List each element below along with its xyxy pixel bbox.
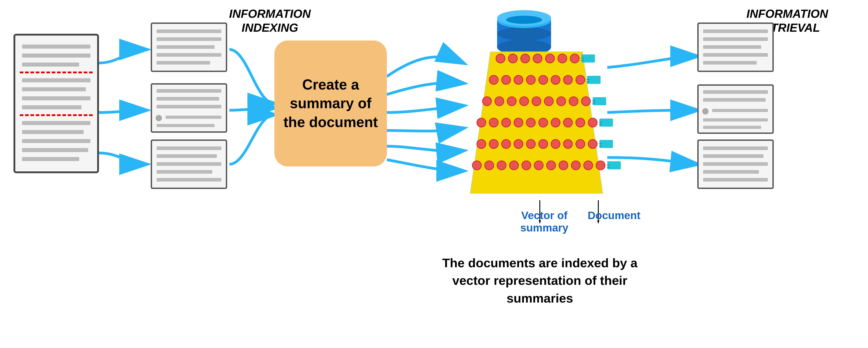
svg-text:→: → <box>580 57 585 63</box>
svg-point-61 <box>551 139 560 149</box>
svg-text:→: → <box>598 143 602 149</box>
svg-point-36 <box>557 97 566 106</box>
svg-text:→: → <box>591 100 596 106</box>
svg-point-10 <box>508 54 517 63</box>
svg-point-30 <box>483 97 492 106</box>
svg-point-42 <box>477 118 486 127</box>
svg-point-58 <box>514 139 523 149</box>
svg-point-44 <box>502 118 510 127</box>
svg-point-14 <box>558 54 567 63</box>
svg-point-9 <box>496 54 505 63</box>
svg-point-11 <box>521 54 530 63</box>
svg-point-51 <box>588 118 597 127</box>
svg-point-70 <box>497 161 506 170</box>
orange-box-text: Create asummary ofthe document <box>283 75 378 132</box>
svg-point-75 <box>559 161 568 170</box>
svg-point-64 <box>588 139 597 149</box>
svg-point-73 <box>534 161 543 170</box>
svg-text:→: → <box>606 164 611 170</box>
svg-point-55 <box>477 139 486 149</box>
svg-point-33 <box>520 97 529 106</box>
svg-text:→: → <box>598 122 602 127</box>
svg-point-78 <box>596 161 605 170</box>
svg-point-20 <box>502 75 510 84</box>
svg-point-38 <box>582 97 590 106</box>
svg-point-23 <box>539 75 548 84</box>
svg-point-24 <box>551 75 560 84</box>
svg-point-74 <box>547 161 556 170</box>
svg-point-56 <box>489 139 498 149</box>
svg-point-72 <box>522 161 531 170</box>
svg-point-31 <box>495 97 504 106</box>
svg-point-37 <box>569 97 578 106</box>
main-document <box>13 34 99 173</box>
svg-point-45 <box>514 118 523 127</box>
svg-point-62 <box>563 139 572 149</box>
svg-point-48 <box>551 118 560 127</box>
svg-rect-3 <box>497 31 551 36</box>
chunk-1 <box>151 23 227 72</box>
pyramid: → → → → <box>452 40 621 198</box>
svg-point-22 <box>526 75 535 84</box>
svg-point-69 <box>485 161 494 170</box>
result-doc-1 <box>697 23 774 72</box>
svg-point-46 <box>526 118 535 127</box>
svg-point-50 <box>576 118 585 127</box>
svg-point-59 <box>526 139 535 149</box>
result-doc-3 <box>697 139 774 189</box>
svg-point-13 <box>546 54 554 63</box>
svg-point-43 <box>489 118 498 127</box>
bottom-description: The documents are indexed by avector rep… <box>405 254 675 307</box>
svg-point-35 <box>544 97 553 106</box>
vector-summary-label: Vector ofsummary <box>508 209 580 234</box>
svg-point-25 <box>563 75 572 84</box>
svg-point-21 <box>514 75 523 84</box>
svg-point-71 <box>509 161 519 170</box>
diagram-container: INFORMATIONINDEXING INFORMATIONRETRIEVAL <box>0 0 868 348</box>
svg-point-63 <box>576 139 585 149</box>
svg-point-26 <box>576 75 585 84</box>
svg-point-49 <box>563 118 572 127</box>
svg-point-68 <box>472 161 482 170</box>
svg-point-57 <box>502 139 510 149</box>
svg-point-76 <box>571 161 580 170</box>
result-doc-2 <box>697 84 774 134</box>
svg-text:→: → <box>585 79 590 84</box>
chunk-3 <box>151 139 227 189</box>
chunk-2 <box>151 83 227 133</box>
document-label: Document <box>585 209 643 222</box>
svg-point-34 <box>532 97 541 106</box>
svg-point-19 <box>489 75 498 84</box>
svg-point-15 <box>570 54 579 63</box>
svg-point-60 <box>539 139 548 149</box>
orange-box: Create asummary ofthe document <box>274 40 387 166</box>
svg-point-32 <box>507 97 516 106</box>
svg-point-47 <box>539 118 548 127</box>
svg-point-12 <box>533 54 542 63</box>
svg-point-6 <box>506 16 542 24</box>
svg-point-77 <box>584 161 593 170</box>
